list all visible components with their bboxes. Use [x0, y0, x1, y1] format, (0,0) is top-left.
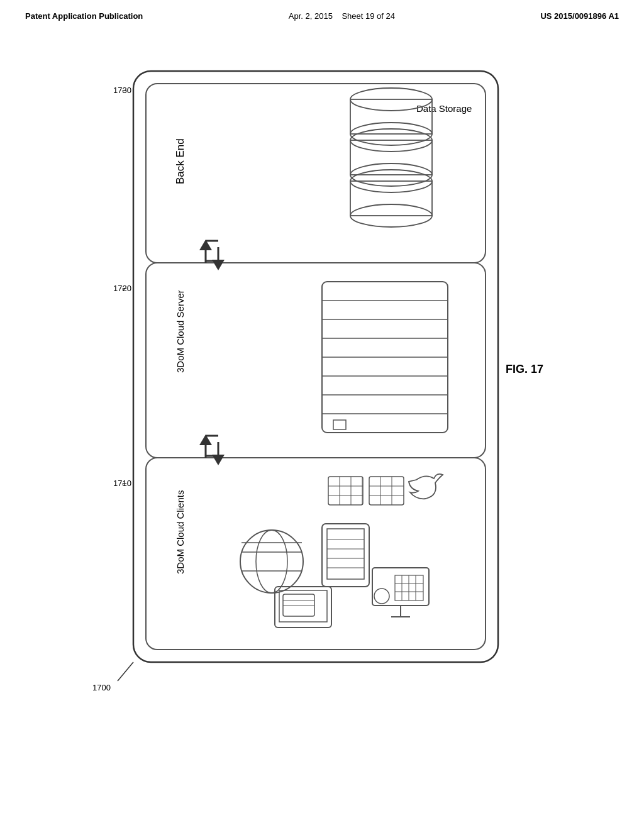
svg-point-39: [256, 530, 287, 593]
svg-text:Back End: Back End: [174, 138, 186, 184]
svg-rect-54: [369, 477, 404, 505]
svg-text:Data Storage: Data Storage: [416, 103, 472, 114]
svg-point-38: [240, 530, 303, 593]
sheet-label: Sheet 19 of 24: [341, 11, 395, 21]
svg-rect-61: [327, 529, 364, 579]
svg-rect-0: [133, 71, 498, 662]
svg-text:1730: 1730: [113, 86, 131, 95]
svg-text:1710: 1710: [113, 479, 131, 488]
svg-rect-3: [146, 458, 486, 650]
svg-text:3DoM Cloud  Server: 3DoM Cloud Server: [175, 290, 186, 373]
svg-line-82: [118, 662, 133, 681]
svg-text:1720: 1720: [113, 284, 131, 293]
date-label: Apr. 2, 2015: [289, 11, 333, 21]
svg-point-69: [374, 589, 389, 604]
publication-label: Patent Application Publication: [25, 11, 143, 21]
patent-number-label: US 2015/0091896 A1: [540, 11, 619, 21]
svg-text:3DoM Cloud Clients: 3DoM Cloud Clients: [175, 490, 186, 574]
svg-rect-30: [333, 420, 346, 429]
svg-text:FIG. 17: FIG. 17: [506, 363, 543, 375]
svg-rect-44: [279, 590, 327, 622]
svg-rect-66: [372, 568, 429, 606]
date-sheet-label: Apr. 2, 2015 Sheet 19 of 24: [289, 11, 395, 21]
diagram-svg: Back End Data Storage 3DoM Cloud Serv: [83, 65, 574, 725]
svg-rect-2: [146, 263, 486, 458]
main-content: Back End Data Storage 3DoM Cloud Serv: [0, 27, 644, 725]
svg-rect-48: [328, 477, 363, 505]
svg-rect-60: [322, 524, 369, 587]
page-header: Patent Application Publication Apr. 2, 2…: [0, 0, 644, 27]
svg-text:1700: 1700: [92, 683, 111, 692]
